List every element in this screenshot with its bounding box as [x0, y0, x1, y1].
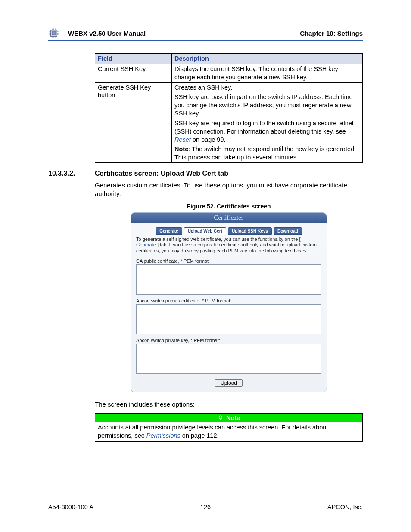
footer-page-number: 126: [48, 504, 363, 510]
tab-upload-ssh-keys[interactable]: Upload SSH Keys: [228, 227, 272, 235]
section-title: Certificates screen: Upload Web Cert tab: [95, 170, 228, 177]
reset-link[interactable]: Reset: [174, 136, 191, 143]
options-intro: The screen includes these options:: [95, 400, 363, 409]
desc-text: Displays the current SSH key. The conten…: [174, 65, 360, 81]
page-header: WEBX v2.50 User Manual Chapter 10: Setti…: [48, 28, 363, 41]
tab-download[interactable]: Download: [274, 227, 302, 235]
switch-public-textarea[interactable]: [136, 304, 321, 334]
table-row: Current SSH Key Displays the current SSH…: [95, 64, 363, 82]
desc-text: Note: The switch may not respond until t…: [174, 145, 360, 162]
switch-private-textarea[interactable]: [136, 344, 321, 374]
svg-point-14: [219, 416, 222, 419]
section-number: 10.3.3.2.: [48, 170, 95, 177]
desc-text: SSH key are required to log in to the sw…: [174, 119, 360, 144]
col-header-field: Field: [95, 54, 172, 64]
note-label: Note: [226, 414, 240, 421]
tab-bar: Generate Upload Web Cert Upload SSH Keys…: [136, 227, 321, 235]
tab-generate[interactable]: Generate: [156, 227, 182, 235]
note-box: Note Accounts at all permission privileg…: [95, 413, 363, 442]
switch-private-label: Apcon switch private key, *.PEM format:: [136, 338, 321, 343]
chip-icon: [48, 28, 59, 39]
figure-caption: Figure 52. Certificates screen: [95, 203, 363, 210]
section-intro: Generates custom certificates. To use th…: [95, 181, 363, 199]
svg-rect-15: [220, 419, 221, 420]
field-cell: Current SSH Key: [95, 64, 172, 82]
panel-title: Certificates: [131, 213, 327, 223]
ca-public-label: CA public certificate, *.PEM format:: [136, 258, 321, 264]
field-cell: Generate SSH Key button: [95, 82, 172, 163]
certificates-panel: Certificates Generate Upload Web Cert Up…: [131, 212, 327, 392]
desc-text: SSH key are based in part on the switch'…: [174, 93, 360, 118]
generate-tab-link[interactable]: Generate: [136, 242, 156, 247]
chapter-title: Chapter 10: Settings: [300, 30, 363, 37]
switch-public-label: Apcon switch public certificate, *.PEM f…: [136, 298, 321, 303]
table-row: Generate SSH Key button Creates an SSH k…: [95, 82, 363, 163]
field-description-table: Field Description Current SSH Key Displa…: [95, 53, 363, 163]
cert-instructions: To generate a self-signed web certificat…: [136, 236, 321, 254]
note-header: Note: [95, 414, 362, 422]
desc-cell: Creates an SSH key. SSH key are based in…: [172, 82, 363, 163]
upload-button[interactable]: Upload: [215, 379, 243, 387]
col-header-description: Description: [172, 54, 363, 64]
page-footer: A54-3000-100 A 126 APCON, Inc.: [48, 504, 363, 510]
ca-public-textarea[interactable]: [136, 264, 321, 295]
manual-title: WEBX v2.50 User Manual: [68, 30, 146, 37]
tab-upload-web-cert[interactable]: Upload Web Cert: [184, 227, 226, 235]
desc-text: Creates an SSH key.: [174, 84, 360, 92]
permissions-link[interactable]: Permissions: [146, 432, 181, 439]
svg-rect-1: [52, 31, 56, 35]
desc-cell: Displays the current SSH key. The conten…: [172, 64, 363, 82]
lightbulb-icon: [218, 415, 224, 421]
note-body: Accounts at all permission privilege lev…: [95, 422, 362, 441]
